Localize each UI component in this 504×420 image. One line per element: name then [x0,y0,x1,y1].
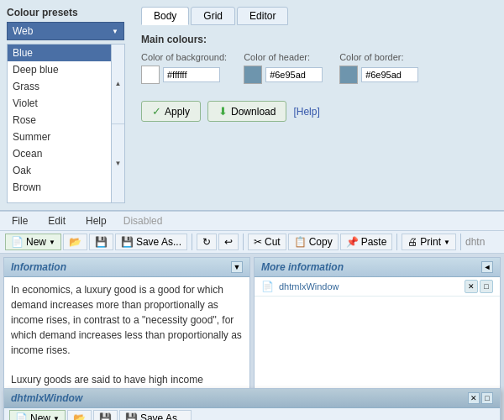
cut-button[interactable]: ✂ Cut [248,234,286,250]
preset-dropdown-value: Web [13,25,33,37]
save-as-icon-float: 💾 [125,412,138,420]
preset-list[interactable]: Blue Deep blue Grass Violet Rose Summer … [7,44,112,203]
list-item[interactable]: Grass [8,78,111,95]
copy-button[interactable]: 📋 Copy [288,234,339,250]
list-item[interactable]: Brown [8,179,111,196]
tab-editor[interactable]: Editor [237,7,288,25]
collapse-right-button[interactable]: ◄ [481,261,493,273]
floating-open-button[interactable]: 📂 [67,410,92,420]
floating-save-as-button[interactable]: 💾 Save As... [119,410,192,420]
floating-window-header: dhtmlxWindow ✕ □ [4,389,500,408]
border-hex-input[interactable] [361,67,418,82]
download-button[interactable]: ⬇ Download [207,101,286,122]
print-label: Print [420,236,441,248]
save-icon: 💾 [95,236,108,248]
toolbar-separator-2 [243,234,244,250]
main-colours-label: Main colours: [141,34,497,45]
collapse-button[interactable]: ▼ [231,261,243,273]
scroll-down-arrow[interactable]: ▼ [112,124,124,203]
copy-icon: 📋 [294,236,307,248]
refresh-icon: ↻ [202,236,211,248]
extra-label: dhtn [465,236,485,248]
floating-window: dhtmlxWindow ✕ □ 📄 New ▼ 📂 💾 💾 Save As..… [3,388,501,420]
colour-editor: Body Grid Editor Main colours: Color of … [141,7,497,203]
menu-help[interactable]: Help [82,214,110,228]
floating-window-controls: ✕ □ [468,392,493,404]
background-hex-input[interactable] [163,67,220,82]
paste-label: Paste [361,236,387,248]
apply-button[interactable]: ✓ Apply [141,101,201,122]
apply-label: Apply [165,106,190,118]
list-item-row: 📄 dhtmlxWindow ✕ □ [255,277,500,297]
help-link[interactable]: [Help] [293,106,319,118]
colour-border: Color of border: [339,52,418,84]
save-as-button[interactable]: 💾 Save As... [115,234,187,250]
list-item-dhtmlx[interactable]: dhtmlxWindow [279,281,459,291]
chevron-down-icon: ▼ [49,239,55,246]
information-panel-controls: ▼ [231,261,243,273]
refresh-button[interactable]: ↻ [197,234,217,250]
information-text: In economics, a luxury good is a good fo… [11,284,242,356]
tab-body[interactable]: Body [141,7,189,25]
floating-new-label: New [30,412,50,420]
floating-toolbar: 📄 New ▼ 📂 💾 💾 Save As... [4,408,500,420]
colour-presets-title: Colour presets [7,7,133,18]
list-item-close-btn[interactable]: ✕ [465,280,478,293]
header-hex-input[interactable] [265,67,323,82]
download-label: Download [231,106,276,118]
list-item[interactable]: Rose [8,112,111,129]
undo-icon: ↩ [224,236,233,248]
colour-header: Color of header: [244,52,323,84]
colour-border-label: Color of border: [339,52,418,62]
list-item[interactable]: Oak [8,162,111,179]
new-icon-float: 📄 [15,412,28,420]
information-panel-title: Information [11,261,66,273]
list-item[interactable]: Violet [8,95,111,112]
toolbar: 📄 New ▼ 📂 💾 💾 Save As... ↻ ↩ ✂ Cut 📋 Cop… [0,231,504,254]
list-item-expand-btn[interactable]: □ [480,280,493,293]
print-button[interactable]: 🖨 Print ▼ [402,234,456,250]
floating-window-close[interactable]: ✕ [468,392,480,404]
background-swatch[interactable] [141,66,160,84]
chevron-down-icon-float: ▼ [53,415,60,421]
list-item[interactable]: Deep blue [8,61,111,78]
floating-window-title: dhtmlxWindow [11,392,82,404]
save-icon-float: 💾 [99,412,112,420]
menu-bar: File Edit Help Disabled [0,211,504,231]
more-information-panel-controls: ◄ [481,261,493,273]
undo-button[interactable]: ↩ [218,234,239,250]
new-button[interactable]: 📄 New ▼ [5,234,61,250]
floating-window-maximize[interactable]: □ [481,392,493,404]
border-swatch[interactable] [339,66,358,84]
menu-edit[interactable]: Edit [45,214,69,228]
floating-new-button[interactable]: 📄 New ▼ [9,410,66,420]
tab-grid[interactable]: Grid [191,7,235,25]
open-button[interactable]: 📂 [63,234,87,250]
cut-label: Cut [265,236,281,248]
save-as-label: Save As... [136,236,181,248]
open-icon: 📂 [69,236,81,248]
toolbar-separator [192,234,192,250]
chevron-down-icon: ▼ [112,28,118,35]
list-item[interactable]: Ocean [8,145,111,162]
top-panel: Colour presets Web ▼ Blue Deep blue Gras… [0,0,504,211]
colour-header-label: Color of header: [244,52,323,62]
colour-border-input [339,66,418,84]
save-button[interactable]: 💾 [89,234,113,250]
preset-dropdown[interactable]: Web ▼ [7,22,124,40]
paste-button[interactable]: 📌 Paste [340,234,393,250]
content-area: Information ▼ In economics, a luxury goo… [0,254,504,420]
colour-header-input [244,66,323,84]
action-row: ✓ Apply ⬇ Download [Help] [141,101,497,122]
header-swatch[interactable] [244,66,262,84]
list-item[interactable]: Summer [8,129,111,145]
scroll-up-arrow[interactable]: ▲ [112,45,124,124]
preset-scrollbar: ▲ ▼ [112,44,125,203]
floating-save-button[interactable]: 💾 [93,410,118,420]
list-item[interactable]: Blue [8,45,111,61]
open-icon-float: 📂 [73,412,86,420]
list-item-buttons: ✕ □ [465,280,493,293]
print-icon: 🖨 [407,236,417,248]
colours-row: Color of background: Color of header: Co… [141,52,497,84]
menu-file[interactable]: File [8,214,31,228]
